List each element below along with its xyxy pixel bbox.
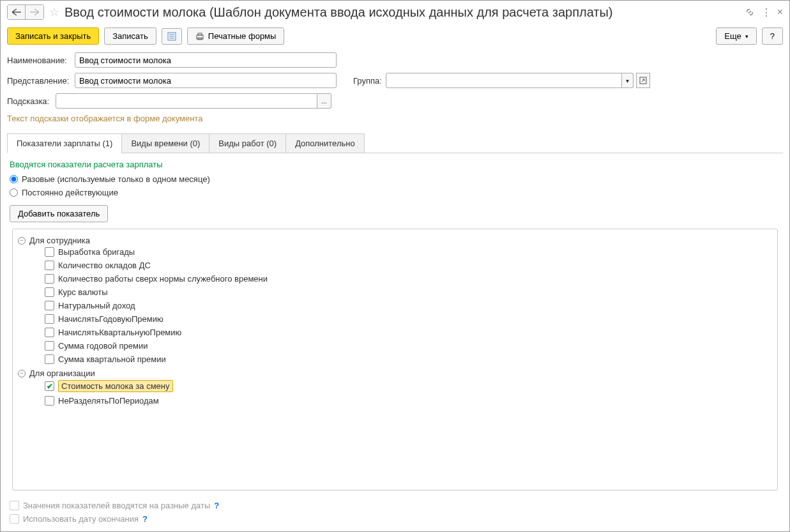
- tree-item-milk-cost[interactable]: Стоимость молока за смену: [45, 378, 772, 394]
- tree-item[interactable]: Количество окладов ДС: [45, 259, 772, 272]
- tree-group-organization[interactable]: − Для организации: [18, 369, 772, 378]
- tree-item[interactable]: Сумма годовой премии: [45, 339, 772, 353]
- group-label: Группа:: [353, 76, 382, 86]
- checkbox[interactable]: [45, 287, 54, 297]
- group-open-button[interactable]: [636, 73, 650, 88]
- save-and-close-button[interactable]: Записать и закрыть: [7, 27, 99, 45]
- radio-once-row[interactable]: Разовые (используемые только в одном мес…: [10, 174, 780, 184]
- hint-label: Подсказка:: [7, 96, 52, 106]
- checkbox[interactable]: [45, 301, 54, 310]
- add-indicator-button[interactable]: Добавить показатель: [10, 205, 108, 222]
- tree-group-employee[interactable]: − Для сотрудника: [18, 236, 772, 245]
- checkbox[interactable]: [45, 314, 54, 324]
- representation-label: Представление:: [7, 76, 71, 86]
- nav-forward-button[interactable]: [26, 5, 43, 19]
- checkbox-checked[interactable]: [45, 381, 54, 391]
- print-forms-button[interactable]: Печатные формы: [187, 27, 285, 45]
- checkbox[interactable]: [45, 328, 54, 337]
- printer-icon: [195, 32, 204, 41]
- svg-rect-5: [198, 33, 202, 35]
- hint-expand-button[interactable]: ...: [317, 93, 331, 109]
- close-button[interactable]: ×: [777, 6, 783, 18]
- kebab-menu-icon[interactable]: ⋮: [761, 6, 771, 19]
- checkbox-disabled: [10, 501, 19, 510]
- tab-work-types[interactable]: Виды работ (0): [209, 133, 286, 153]
- checkbox[interactable]: [45, 274, 54, 284]
- radio-permanent[interactable]: [10, 188, 18, 197]
- representation-input[interactable]: [75, 73, 337, 88]
- help-icon[interactable]: ?: [214, 501, 219, 510]
- tab-time-types[interactable]: Виды времени (0): [121, 133, 209, 153]
- checkbox[interactable]: [45, 247, 54, 257]
- tree-item[interactable]: Выработка бригады: [45, 245, 772, 259]
- checkbox[interactable]: [45, 354, 54, 364]
- checkbox[interactable]: [45, 341, 54, 351]
- more-button[interactable]: Еще ▾: [716, 27, 756, 45]
- tree-item[interactable]: НачислятьКвартальнуюПремию: [45, 326, 772, 339]
- list-view-button[interactable]: [162, 28, 182, 45]
- tree-item[interactable]: Сумма квартальной премии: [45, 353, 772, 366]
- tab-additional[interactable]: Дополнительно: [285, 133, 365, 153]
- favorite-star-icon[interactable]: ☆: [49, 5, 59, 19]
- different-dates-checkbox-row: Значения показателей вводятся на разные …: [10, 501, 219, 510]
- collapse-icon[interactable]: −: [18, 370, 26, 377]
- section-title: Вводятся показатели расчета зарплаты: [10, 160, 780, 169]
- radio-once[interactable]: [10, 175, 18, 183]
- help-button[interactable]: ?: [762, 27, 783, 45]
- window-title: Ввод стоимости молока (Шаблон документа …: [65, 5, 740, 20]
- collapse-icon[interactable]: −: [18, 237, 26, 245]
- checkbox[interactable]: [45, 261, 54, 270]
- help-icon[interactable]: ?: [142, 514, 148, 524]
- tree-item[interactable]: Количество работы сверх нормы служебного…: [45, 272, 772, 285]
- tab-salary-indicators[interactable]: Показатели зарплаты (1): [7, 133, 122, 153]
- checkbox-disabled: [10, 514, 19, 524]
- name-label: Наименование:: [7, 56, 71, 65]
- radio-permanent-row[interactable]: Постоянно действующие: [10, 188, 780, 197]
- save-button[interactable]: Записать: [104, 27, 156, 45]
- group-dropdown-button[interactable]: ▾: [622, 73, 634, 88]
- name-input[interactable]: [75, 52, 337, 68]
- tree-item[interactable]: НеРазделятьПоПериодам: [45, 394, 772, 407]
- checkbox[interactable]: [45, 396, 54, 406]
- hint-help-text: Текст подсказки отображается в форме док…: [7, 114, 783, 123]
- hint-input[interactable]: [56, 93, 317, 109]
- tree-item[interactable]: НачислятьГодовуюПремию: [45, 312, 772, 326]
- nav-back-button[interactable]: [8, 5, 26, 19]
- use-end-date-checkbox-row: Использовать дату окончания ?: [10, 514, 219, 524]
- tree-item[interactable]: Курс валюты: [45, 285, 772, 299]
- link-icon[interactable]: [745, 7, 755, 17]
- tree-item[interactable]: Натуральный доход: [45, 299, 772, 312]
- group-input[interactable]: [386, 73, 622, 88]
